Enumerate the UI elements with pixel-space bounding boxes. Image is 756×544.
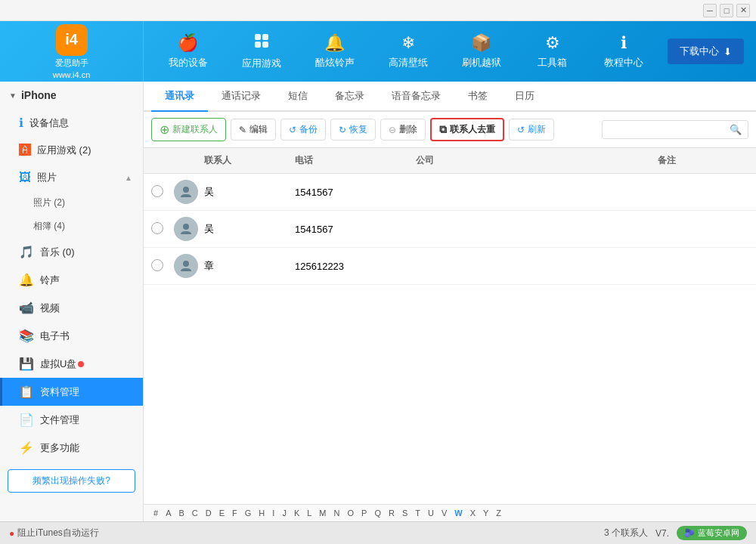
alpha-char-T[interactable]: T bbox=[413, 508, 423, 518]
dedup-button[interactable]: ⧉ 联系人去重 bbox=[430, 118, 504, 141]
svg-rect-2 bbox=[255, 42, 261, 48]
dedup-icon: ⧉ bbox=[439, 123, 447, 136]
row3-check[interactable] bbox=[151, 259, 174, 274]
nav-ringtones[interactable]: 🔔 酷炫铃声 bbox=[306, 27, 364, 76]
sidebar-item-file-mgmt[interactable]: 📄 文件管理 bbox=[0, 406, 143, 434]
sidebar-vdisk-label: 虚拟U盘 bbox=[40, 357, 76, 371]
restore-button[interactable]: ↻ 恢复 bbox=[330, 119, 376, 141]
tab-sms[interactable]: 短信 bbox=[274, 82, 321, 112]
row1-check[interactable] bbox=[151, 185, 174, 199]
tab-notes[interactable]: 备忘录 bbox=[321, 82, 378, 112]
alpha-char-J[interactable]: J bbox=[280, 508, 289, 518]
alpha-char-P[interactable]: P bbox=[359, 508, 369, 518]
search-icon[interactable]: 🔍 bbox=[730, 124, 742, 135]
tab-calendar[interactable]: 日历 bbox=[501, 82, 548, 112]
device-arrow-icon: ▼ bbox=[9, 91, 17, 100]
alpha-char-C[interactable]: C bbox=[190, 508, 200, 518]
nav-toolbox[interactable]: ⚙ 工具箱 bbox=[526, 27, 579, 76]
alpha-char-B[interactable]: B bbox=[176, 508, 186, 518]
sidebar-ringtones-label: 铃声 bbox=[40, 274, 60, 287]
edit-button[interactable]: ✎ 编辑 bbox=[231, 119, 276, 141]
row1-avatar bbox=[174, 180, 204, 204]
maximize-button[interactable]: □ bbox=[720, 4, 733, 17]
alpha-char-Z[interactable]: Z bbox=[494, 508, 503, 518]
sidebar-item-ebooks[interactable]: 📚 电子书 bbox=[0, 322, 143, 350]
alpha-char-Y[interactable]: Y bbox=[481, 508, 491, 518]
alpha-char-W[interactable]: W bbox=[452, 508, 464, 518]
nav-apps[interactable]: 应用游戏 bbox=[233, 26, 290, 76]
book-icon: 📚 bbox=[19, 329, 34, 343]
table-row[interactable]: 吴 1541567 bbox=[144, 174, 756, 211]
search-input[interactable] bbox=[609, 125, 730, 135]
freq-button[interactable]: 频繁出现操作失败? bbox=[8, 469, 135, 493]
itunes-stop-button[interactable]: ● 阻止iTunes自动运行 bbox=[9, 527, 99, 539]
checkbox-circle[interactable] bbox=[151, 185, 163, 197]
alpha-char-E[interactable]: E bbox=[217, 508, 227, 518]
alpha-char-M[interactable]: M bbox=[317, 508, 328, 518]
alpha-char-V[interactable]: V bbox=[439, 508, 449, 518]
sidebar-item-device-info[interactable]: ℹ 设备信息 bbox=[0, 109, 143, 137]
alpha-char-U[interactable]: U bbox=[426, 508, 436, 518]
close-button[interactable]: ✕ bbox=[736, 4, 750, 17]
alpha-char-O[interactable]: O bbox=[345, 508, 356, 518]
sidebar-item-more[interactable]: ⚡ 更多功能 bbox=[0, 434, 143, 462]
sidebar-item-photos[interactable]: 🖼 照片 ▲ bbox=[0, 164, 143, 191]
sidebar-item-data-mgmt[interactable]: 📋 资料管理 bbox=[0, 378, 143, 406]
brand-label: 蓝莓安卓网 bbox=[698, 527, 739, 539]
row2-check[interactable] bbox=[151, 222, 174, 236]
minimize-button[interactable]: ─ bbox=[703, 4, 717, 17]
alpha-char-Q[interactable]: Q bbox=[372, 508, 383, 518]
table-row[interactable]: 章 125612223 bbox=[144, 248, 756, 285]
main-layout: ▼ iPhone ℹ 设备信息 🅰 应用游戏 (2) 🖼 照片 ▲ 照片 (2)… bbox=[0, 82, 756, 521]
alpha-char-#[interactable]: # bbox=[151, 508, 160, 518]
nav-jailbreak[interactable]: 📦 刷机越狱 bbox=[453, 27, 510, 76]
table-row[interactable]: 吴 1541567 bbox=[144, 211, 756, 248]
tab-calendar-label: 日历 bbox=[515, 90, 534, 101]
apple-icon: 🍎 bbox=[178, 33, 198, 53]
alpha-char-S[interactable]: S bbox=[400, 508, 410, 518]
alpha-char-L[interactable]: L bbox=[305, 508, 314, 518]
sidebar-device[interactable]: ▼ iPhone bbox=[0, 82, 143, 109]
sidebar-item-video[interactable]: 📹 视频 bbox=[0, 294, 143, 322]
tab-call-log-label: 通话记录 bbox=[222, 90, 261, 101]
refresh-button[interactable]: ↺ 刷新 bbox=[509, 119, 554, 141]
nav-my-device[interactable]: 🍎 我的设备 bbox=[160, 27, 217, 76]
delete-label: 删除 bbox=[399, 123, 417, 136]
backup-button[interactable]: ↺ 备份 bbox=[280, 119, 326, 141]
alpha-char-A[interactable]: A bbox=[163, 508, 173, 518]
sidebar-item-ringtones[interactable]: 🔔 铃声 bbox=[0, 266, 143, 294]
sidebar-subitem-photos[interactable]: 照片 (2) bbox=[0, 191, 143, 215]
sidebar-item-music[interactable]: 🎵 音乐 (0) bbox=[0, 238, 143, 266]
alpha-char-N[interactable]: N bbox=[332, 508, 342, 518]
contact-count: 3 个联系人 bbox=[604, 527, 648, 539]
checkbox-circle[interactable] bbox=[151, 259, 163, 271]
bell-icon: 🔔 bbox=[324, 33, 345, 53]
alpha-char-I[interactable]: I bbox=[270, 508, 277, 518]
sidebar-item-vdisk[interactable]: 💾 虚拟U盘 bbox=[0, 350, 143, 378]
nav-ringtones-label: 酷炫铃声 bbox=[315, 56, 355, 70]
alpha-char-F[interactable]: F bbox=[230, 508, 240, 518]
alpha-char-D[interactable]: D bbox=[203, 508, 214, 518]
alpha-char-X[interactable]: X bbox=[468, 508, 478, 518]
checkbox-circle[interactable] bbox=[151, 222, 163, 234]
tab-call-log[interactable]: 通话记录 bbox=[208, 82, 274, 112]
delete-icon: ⊖ bbox=[389, 125, 396, 135]
tab-voice-notes[interactable]: 语音备忘录 bbox=[378, 82, 454, 112]
nav-wallpaper[interactable]: ❄ 高清壁纸 bbox=[380, 27, 437, 76]
alpha-char-G[interactable]: G bbox=[243, 508, 254, 518]
status-right: 3 个联系人 V7. 🫐 蓝莓安卓网 bbox=[604, 526, 747, 540]
alpha-char-H[interactable]: H bbox=[256, 508, 267, 518]
alpha-char-K[interactable]: K bbox=[292, 508, 302, 518]
sidebar-subitem-albums[interactable]: 相簿 (4) bbox=[0, 215, 143, 238]
tab-bookmarks[interactable]: 书签 bbox=[454, 82, 501, 112]
download-button[interactable]: 下载中心 ⬇ bbox=[668, 39, 744, 64]
refresh-icon: ↺ bbox=[517, 125, 525, 135]
tab-contacts[interactable]: 通讯录 bbox=[151, 82, 208, 112]
apps-circle-icon: 🅰 bbox=[19, 144, 31, 157]
sidebar-item-apps[interactable]: 🅰 应用游戏 (2) bbox=[0, 137, 143, 164]
delete-button[interactable]: ⊖ 删除 bbox=[380, 119, 426, 141]
dedup-label: 联系人去重 bbox=[450, 123, 495, 136]
new-contact-button[interactable]: ⊕ 新建联系人 bbox=[151, 118, 226, 141]
nav-tutorial[interactable]: ℹ 教程中心 bbox=[595, 27, 652, 76]
alpha-char-R[interactable]: R bbox=[386, 508, 397, 518]
